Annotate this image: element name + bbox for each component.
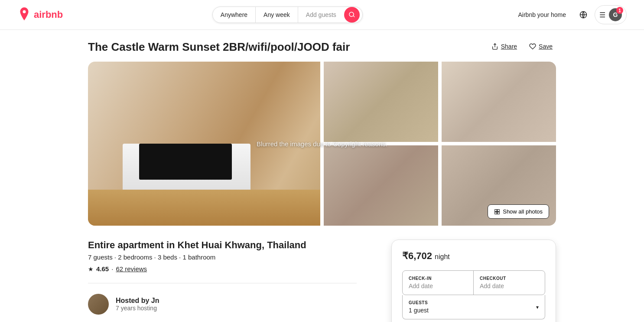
- save-button[interactable]: Save: [526, 40, 556, 53]
- save-label: Save: [539, 43, 553, 50]
- price-row: ₹6,702 night: [402, 250, 545, 262]
- any-week-button[interactable]: Any week: [256, 7, 298, 23]
- booking-card: ₹6,702 night CHECK-IN Add date CHECKOUT …: [391, 240, 556, 322]
- listing-meta: 7 guests · 2 bedrooms · 3 beds · 1 bathr…: [88, 253, 357, 261]
- share-icon: [491, 43, 498, 50]
- host-name: Hosted by Jn: [116, 297, 159, 305]
- host-row: Hosted by Jn 7 years hosting: [88, 294, 357, 315]
- price-amount: ₹6,702: [402, 250, 432, 262]
- photo-right-grid: Show all photos: [324, 62, 556, 226]
- share-label: Share: [501, 43, 517, 50]
- chevron-down-icon: ▾: [536, 304, 539, 310]
- guests-row[interactable]: GUESTS 1 guest ▾: [402, 295, 545, 319]
- add-guests-button[interactable]: Add guests: [298, 7, 344, 23]
- checkout-cell[interactable]: CHECKOUT Add date: [474, 271, 545, 295]
- host-years: 7 years hosting: [116, 305, 159, 312]
- reviews-link[interactable]: 62 reviews: [116, 265, 147, 273]
- date-grid: CHECK-IN Add date CHECKOUT Add date: [402, 270, 545, 295]
- title-actions: Share Save: [488, 40, 556, 53]
- svg-rect-3: [495, 212, 497, 214]
- host-info: Hosted by Jn 7 years hosting: [116, 297, 159, 312]
- per-night-label: night: [435, 253, 450, 261]
- title-row: The Castle Warm Sunset 2BR/wifi/pool/JOO…: [88, 40, 556, 54]
- anywhere-button[interactable]: Anywhere: [213, 7, 256, 23]
- host-avatar: [88, 294, 109, 315]
- photo-cell-3: [324, 145, 438, 226]
- guests-value: 1 guest: [409, 307, 429, 314]
- guests-label: GUESTS: [409, 300, 429, 305]
- checkout-value: Add date: [480, 283, 539, 289]
- show-all-photos-button[interactable]: Show all photos: [488, 204, 549, 219]
- search-button[interactable]: [344, 7, 360, 23]
- avatar: G 1: [609, 8, 622, 21]
- rating-row: ★ 4.65 · 62 reviews: [88, 265, 357, 273]
- menu-profile[interactable]: ☰ G 1: [595, 5, 627, 24]
- airbnb-logo-icon: [17, 7, 31, 23]
- guests-info: GUESTS 1 guest: [409, 300, 429, 314]
- checkin-label: CHECK-IN: [409, 276, 467, 281]
- header: airbnb Anywhere Any week Add guests Airb…: [0, 0, 644, 30]
- photo-gallery: Show all photos Blurred the images due t…: [88, 62, 556, 226]
- heart-icon: [529, 43, 536, 50]
- hamburger-icon: ☰: [599, 11, 605, 19]
- airbnb-home-button[interactable]: Airbnb your home: [512, 7, 572, 23]
- star-icon: ★: [88, 266, 94, 273]
- checkin-cell[interactable]: CHECK-IN Add date: [403, 271, 474, 295]
- notification-badge: 1: [616, 7, 623, 14]
- share-button[interactable]: Share: [488, 40, 520, 53]
- svg-rect-4: [498, 212, 500, 214]
- svg-rect-1: [495, 209, 497, 211]
- listing-subtitle: Entire apartment in Khet Huai Khwang, Th…: [88, 240, 357, 251]
- photos-grid-icon: [494, 209, 500, 215]
- rating-number: 4.65: [96, 265, 109, 273]
- photo-cell-4: Show all photos: [442, 145, 556, 226]
- main-content: The Castle Warm Sunset 2BR/wifi/pool/JOO…: [79, 30, 565, 322]
- rating-dot: ·: [111, 265, 113, 273]
- checkout-label: CHECKOUT: [480, 276, 539, 281]
- show-photos-label: Show all photos: [503, 208, 543, 215]
- logo-text: airbnb: [34, 9, 63, 20]
- photo-cell-2: [442, 62, 556, 142]
- listing-title: The Castle Warm Sunset 2BR/wifi/pool/JOO…: [88, 40, 350, 54]
- listing-details: Entire apartment in Khet Huai Khwang, Th…: [88, 240, 357, 322]
- search-bar[interactable]: Anywhere Any week Add guests: [212, 7, 363, 23]
- nav-right: Airbnb your home ☰ G 1: [512, 5, 627, 24]
- logo[interactable]: airbnb: [17, 7, 63, 23]
- svg-rect-2: [498, 209, 500, 211]
- photo-cell-1: [324, 62, 438, 142]
- checkin-value: Add date: [409, 283, 467, 289]
- listing-body: Entire apartment in Khet Huai Khwang, Th…: [88, 240, 556, 322]
- divider-1: [88, 283, 357, 283]
- language-button[interactable]: [576, 7, 591, 23]
- photo-main: [88, 62, 320, 226]
